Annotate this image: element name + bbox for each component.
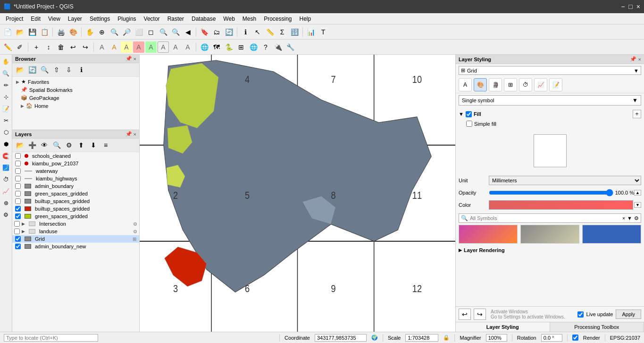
layer-visible-intersection[interactable] [14, 221, 20, 227]
filter-button[interactable]: ⊛ [1, 198, 11, 208]
move-feature-button[interactable]: ↕ [43, 41, 54, 53]
temporal-button[interactable]: ⏱ [1, 174, 11, 185]
locate-input[interactable] [4, 334, 98, 342]
reshape-button[interactable]: ⬢ [1, 139, 11, 149]
layer-visible-waterway[interactable] [15, 168, 21, 174]
model-button[interactable]: ⚙ [1, 210, 11, 220]
help-button[interactable]: ? [260, 41, 271, 53]
browser-info-button[interactable]: ℹ [75, 64, 87, 75]
label-show-button[interactable]: A [145, 41, 157, 53]
snapping-button[interactable]: 🧲 [1, 151, 11, 161]
zoom-native-button[interactable]: 🔍 [170, 26, 181, 38]
undo-button[interactable]: ↩ [67, 41, 79, 53]
menu-edit[interactable]: Edit [27, 15, 44, 23]
new-bookmark-button[interactable]: 🔖 [199, 26, 210, 38]
elevation-button[interactable]: 📈 [1, 186, 11, 196]
coordinate-input[interactable] [315, 334, 367, 342]
expand-all-button[interactable]: ≡ [100, 139, 111, 151]
zoom-full-button[interactable]: ⬜ [133, 26, 144, 38]
open-layer-file-button[interactable]: 📂 [14, 139, 25, 151]
simple-fill-row[interactable]: Simple fill [459, 120, 641, 128]
apply-button[interactable]: Apply [616, 310, 641, 319]
simple-fill-checkbox[interactable] [466, 121, 472, 127]
layer-visible-grid[interactable] [15, 236, 21, 242]
layer-item-schools[interactable]: schools_cleaned [12, 152, 139, 160]
layer-rendering-header[interactable]: ▶ Layer Rendering [459, 245, 641, 255]
zoom-selected-button[interactable]: ◻ [145, 26, 157, 38]
layer-visible-highways[interactable] [15, 176, 21, 181]
layer-group-landuse[interactable]: ▶ landuse ⚙ [12, 228, 139, 235]
zoom-in-button[interactable]: 🔍 [109, 26, 120, 38]
browser-close-button[interactable]: × [134, 56, 136, 62]
layer-visible-admin-boundary-new[interactable] [15, 244, 21, 249]
browser-add-button[interactable]: 📂 [14, 64, 25, 75]
add-feature-button[interactable]: + [31, 41, 42, 53]
layer-item-waterway[interactable]: waterway [12, 167, 139, 175]
label-move-button[interactable]: A [158, 41, 169, 53]
scale-input[interactable] [405, 334, 438, 342]
symbols-settings-button[interactable]: ⚙ [634, 215, 639, 221]
layer-dropdown[interactable]: ⊞ Grid ▼ [459, 66, 641, 75]
toggle-layer-button[interactable]: 👁 [39, 139, 50, 151]
menu-web[interactable]: Web [219, 15, 238, 23]
layer-item-admin-boundary[interactable]: admin_boundary [12, 182, 139, 190]
symbols-add-button[interactable]: ▼ [627, 215, 632, 221]
menu-raster[interactable]: Raster [164, 15, 188, 23]
locate-button[interactable]: 🔍 [1, 68, 11, 79]
label-rotate-button[interactable]: A [170, 41, 181, 53]
layers-pin-button[interactable]: 📌 [125, 131, 132, 137]
menu-settings[interactable]: Settings [86, 15, 114, 23]
maximize-button[interactable]: □ [628, 3, 632, 10]
edit-left-button[interactable]: ✏ [1, 80, 11, 90]
menu-mesh[interactable]: Mesh [239, 15, 260, 23]
tab-processing-toolbox[interactable]: Processing Toolbox [550, 322, 644, 332]
menu-database[interactable]: Database [188, 15, 219, 23]
layer-visible-schools[interactable] [15, 153, 21, 159]
layer-item-admin-boundary-new[interactable]: admin_boundary_new [12, 243, 139, 250]
layer-item-green-spaces-checked[interactable]: green_spaces_gridded [12, 212, 139, 220]
symbols-search-bar[interactable]: 🔍 × ▼ ⚙ [459, 213, 641, 223]
menu-processing[interactable]: Processing [260, 15, 295, 23]
styling-notes-tab[interactable]: 📝 [549, 78, 562, 91]
move-down-button[interactable]: ⬇ [88, 139, 99, 151]
styling-close-button[interactable]: × [638, 56, 641, 62]
rotation-input[interactable] [541, 334, 562, 342]
more-layer-options-button[interactable]: ⚙ [63, 139, 75, 151]
label-tool-button[interactable]: A [96, 41, 108, 53]
styling-3d-tab[interactable]: 🗿 [489, 78, 502, 91]
opacity-reset-button[interactable]: ▲ [634, 190, 641, 196]
add-layer-button[interactable]: ➕ [26, 139, 38, 151]
color-dropdown-button[interactable]: ▼ [634, 202, 641, 208]
layer-item-grid[interactable]: Grid ⊞ [12, 235, 139, 243]
symbols-search-input[interactable] [470, 215, 620, 221]
previous-extent-button[interactable]: ◀ [182, 26, 193, 38]
layer-group-intersection[interactable]: ▶ Intersection ⚙ [12, 220, 139, 228]
delete-feature-button[interactable]: 🗑 [55, 41, 67, 53]
menu-project[interactable]: Project [2, 15, 27, 23]
symbol-swatch-1[interactable] [459, 225, 518, 244]
symbol-swatch-3[interactable] [582, 225, 641, 244]
label-buffer-button[interactable]: A [121, 41, 132, 53]
digitize-button[interactable]: ✏️ [2, 41, 13, 53]
plugin1-button[interactable]: 🔌 [272, 41, 284, 53]
show-bookmarks-button[interactable]: 🗂 [211, 26, 222, 38]
minimize-button[interactable]: − [621, 3, 625, 10]
layer-visible-landuse[interactable] [14, 229, 20, 234]
print-layout-button[interactable]: 🖨️ [55, 26, 67, 38]
add-fill-button[interactable]: + [633, 110, 641, 118]
redo-button[interactable]: ↪ [80, 41, 91, 53]
browser-item-favorites[interactable]: ▶ ★ Favorites [12, 78, 139, 86]
layer-visible-green-spaces-checked[interactable] [15, 213, 21, 219]
menu-plugins[interactable]: Plugins [114, 15, 140, 23]
tile-button[interactable]: 🗺 [211, 41, 222, 53]
map-canvas[interactable]: 4 7 10 2 5 8 11 3 6 9 12 [140, 55, 455, 332]
calculator-button[interactable]: 🔢 [289, 26, 300, 38]
3d-button[interactable]: 🗾 [1, 163, 11, 173]
save-project-button[interactable]: 💾 [26, 26, 38, 38]
browser-item-home[interactable]: ▶ 🏠 Home [12, 102, 139, 110]
split-button[interactable]: ✂ [1, 115, 11, 126]
styling-rendering-tab[interactable]: ⊞ [504, 78, 517, 91]
label-color-button[interactable]: A [109, 41, 120, 53]
color-picker[interactable] [489, 200, 633, 210]
label-pin-button[interactable]: A [133, 41, 144, 53]
